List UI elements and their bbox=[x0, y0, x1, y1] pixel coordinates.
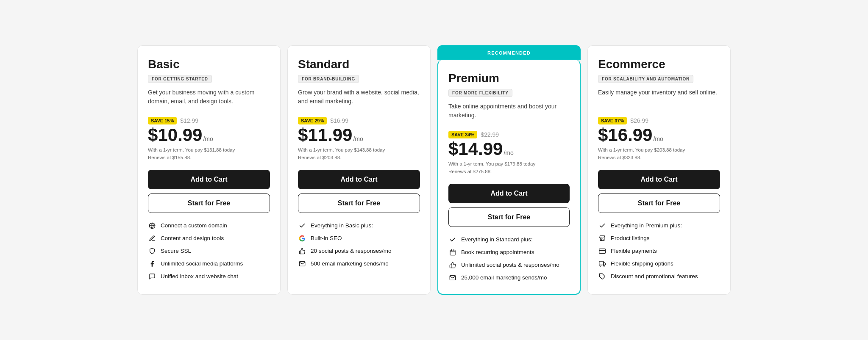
mail-icon bbox=[448, 274, 457, 282]
plan-tag: For Brand-Building bbox=[298, 75, 359, 83]
current-price-row: $11.99 /mo bbox=[298, 126, 420, 144]
feature-text: Built-in SEO bbox=[311, 235, 342, 241]
check-icon bbox=[448, 235, 457, 244]
check-icon bbox=[598, 221, 606, 230]
feature-text: Unified inbox and website chat bbox=[161, 273, 238, 279]
feature-text: Book recurring appointments bbox=[461, 249, 534, 255]
feature-item: Unlimited social media platforms bbox=[148, 260, 270, 268]
features-list: Connect a custom domain Content and desi… bbox=[148, 221, 270, 281]
feature-item: Book recurring appointments bbox=[448, 248, 570, 257]
start-free-button[interactable]: Start for Free bbox=[598, 193, 720, 213]
original-price: $22.99 bbox=[481, 131, 499, 138]
feature-item: Product listings bbox=[598, 234, 720, 243]
price-per: /mo bbox=[504, 149, 513, 156]
price-note: With a 1-yr term. You pay $143.88 todayR… bbox=[298, 147, 420, 161]
original-price: $26.99 bbox=[630, 117, 648, 124]
original-price: $16.99 bbox=[330, 117, 348, 124]
plan-card-ecommerce: Ecommerce For Scalability and Automation… bbox=[587, 45, 731, 295]
plan-tag: For Getting Started bbox=[148, 75, 212, 83]
add-to-cart-button[interactable]: Add to Cart bbox=[298, 170, 420, 189]
plan-card-standard: Standard For Brand-Building Grow your br… bbox=[287, 45, 431, 295]
pricing-grid: Basic For Getting Started Get your busin… bbox=[137, 45, 731, 295]
plan-tag: For Scalability and Automation bbox=[598, 75, 693, 83]
feature-text: Discount and promotional features bbox=[611, 273, 698, 279]
feature-text: Everything in Premium plus: bbox=[611, 222, 682, 229]
start-free-button[interactable]: Start for Free bbox=[448, 207, 570, 227]
feature-text: Unlimited social media platforms bbox=[161, 260, 243, 267]
add-to-cart-button[interactable]: Add to Cart bbox=[148, 170, 270, 189]
feature-text: Everything in Standard plus: bbox=[461, 236, 533, 243]
shipping-icon bbox=[598, 260, 606, 268]
tag-icon bbox=[598, 272, 606, 281]
plan-description: Easily manage your inventory and sell on… bbox=[598, 88, 720, 110]
feature-text: 500 email marketing sends/mo bbox=[311, 260, 389, 267]
plan-name: Standard bbox=[298, 58, 420, 71]
calendar-icon bbox=[448, 248, 457, 257]
recommended-label: RECOMMENDED bbox=[487, 50, 531, 55]
feature-item: Everything in Basic plus: bbox=[298, 221, 420, 230]
features-list: Everything in Basic plus: Built-in SEO 2… bbox=[298, 221, 420, 268]
save-badge: SAVE 34% bbox=[448, 131, 477, 138]
price-note: With a 1-yr term. You pay $203.88 todayR… bbox=[598, 147, 720, 161]
feature-item: 25,000 email marketing sends/mo bbox=[448, 274, 570, 282]
google-icon bbox=[298, 234, 306, 243]
svg-point-12 bbox=[604, 265, 605, 266]
add-to-cart-button[interactable]: Add to Cart bbox=[598, 170, 720, 189]
facebook-icon bbox=[148, 260, 156, 268]
features-list: Everything in Premium plus: Product list… bbox=[598, 221, 720, 281]
plan-card-premium: RECOMMENDED Premium For More Flexibility… bbox=[437, 45, 581, 295]
start-free-button[interactable]: Start for Free bbox=[298, 193, 420, 213]
current-price: $11.99 bbox=[298, 126, 352, 144]
save-badge: SAVE 15% bbox=[148, 117, 177, 124]
feature-item: Unlimited social posts & responses/mo bbox=[448, 261, 570, 269]
price-per: /mo bbox=[203, 135, 213, 142]
feature-item: Secure SSL bbox=[148, 247, 270, 255]
thumb-icon bbox=[448, 261, 457, 269]
store-icon bbox=[598, 234, 606, 243]
current-price-row: $10.99 /mo bbox=[148, 126, 270, 144]
price-per: /mo bbox=[653, 135, 663, 142]
feature-item: Flexible payments bbox=[598, 247, 720, 255]
feature-item: Unified inbox and website chat bbox=[148, 272, 270, 281]
current-price: $16.99 bbox=[598, 126, 652, 144]
price-note: With a 1-yr term. You pay $179.88 todayR… bbox=[448, 160, 570, 175]
svg-marker-10 bbox=[604, 263, 606, 265]
svg-rect-7 bbox=[599, 249, 606, 253]
plan-tag: For More Flexibility bbox=[448, 89, 512, 97]
feature-item: Everything in Standard plus: bbox=[448, 235, 570, 244]
feature-item: 20 social posts & responses/mo bbox=[298, 247, 420, 255]
plan-description: Take online appointments and boost your … bbox=[448, 102, 570, 124]
card-icon bbox=[598, 247, 606, 255]
feature-text: Secure SSL bbox=[161, 248, 191, 254]
feature-item: Content and design tools bbox=[148, 234, 270, 243]
mail-icon bbox=[298, 260, 306, 268]
current-price-row: $16.99 /mo bbox=[598, 126, 720, 144]
plan-name: Ecommerce bbox=[598, 58, 720, 71]
price-row: SAVE 37% $26.99 bbox=[598, 117, 720, 124]
start-free-button[interactable]: Start for Free bbox=[148, 193, 270, 213]
features-list: Everything in Standard plus: Book recurr… bbox=[448, 235, 570, 282]
svg-point-11 bbox=[600, 265, 601, 266]
current-price-row: $14.99 /mo bbox=[448, 140, 570, 158]
plan-name: Basic bbox=[148, 58, 270, 71]
save-badge: SAVE 29% bbox=[298, 117, 327, 124]
feature-text: Flexible payments bbox=[611, 248, 657, 254]
feature-text: Unlimited social posts & responses/mo bbox=[461, 262, 559, 268]
svg-rect-6 bbox=[601, 239, 603, 240]
original-price: $12.99 bbox=[180, 117, 198, 124]
price-note: With a 1-yr term. You pay $131.88 todayR… bbox=[148, 147, 270, 161]
plan-description: Grow your brand with a website, social m… bbox=[298, 88, 420, 110]
add-to-cart-button[interactable]: Add to Cart bbox=[448, 184, 570, 203]
feature-text: Product listings bbox=[611, 235, 650, 241]
price-row: SAVE 29% $16.99 bbox=[298, 117, 420, 124]
plan-name: Premium bbox=[448, 72, 570, 85]
feature-item: Flexible shipping options bbox=[598, 260, 720, 268]
shield-icon bbox=[148, 247, 156, 255]
check-icon bbox=[298, 221, 306, 230]
plan-description: Get your business moving with a custom d… bbox=[148, 88, 270, 110]
chat-icon bbox=[148, 272, 156, 281]
plan-card-inner: Premium For More Flexibility Take online… bbox=[437, 60, 581, 295]
current-price: $10.99 bbox=[148, 126, 202, 144]
feature-text: Connect a custom domain bbox=[161, 222, 227, 229]
recommended-badge: RECOMMENDED bbox=[437, 45, 581, 60]
